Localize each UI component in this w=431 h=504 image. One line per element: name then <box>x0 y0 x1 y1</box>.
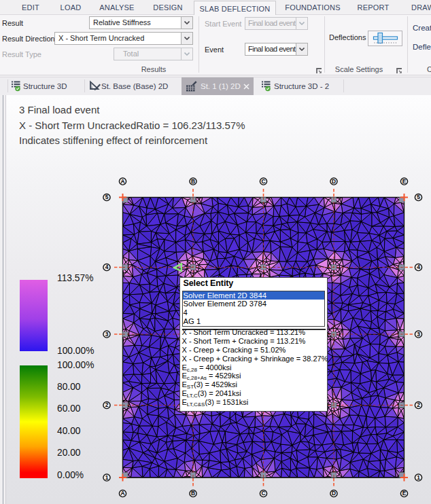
svg-text:2: 2 <box>105 401 109 408</box>
svg-text:E: E <box>402 178 407 185</box>
svg-text:D: D <box>332 178 336 185</box>
svg-text:1: 1 <box>417 474 420 481</box>
svg-text:3: 3 <box>105 331 109 338</box>
svg-text:5: 5 <box>105 194 109 200</box>
svg-text:B: B <box>191 490 195 497</box>
svg-text:1: 1 <box>105 474 109 481</box>
svg-text:2: 2 <box>417 401 420 408</box>
svg-text:B: B <box>191 178 195 185</box>
svg-text:C: C <box>261 490 265 497</box>
svg-text:A: A <box>120 178 124 185</box>
svg-text:C: C <box>261 178 265 185</box>
svg-text:4: 4 <box>105 264 109 270</box>
svg-text:D: D <box>332 490 336 497</box>
svg-text:3: 3 <box>417 331 420 338</box>
svg-text:E: E <box>402 490 407 497</box>
svg-text:4: 4 <box>417 264 420 270</box>
svg-text:5: 5 <box>417 194 420 200</box>
svg-text:A: A <box>120 490 124 497</box>
